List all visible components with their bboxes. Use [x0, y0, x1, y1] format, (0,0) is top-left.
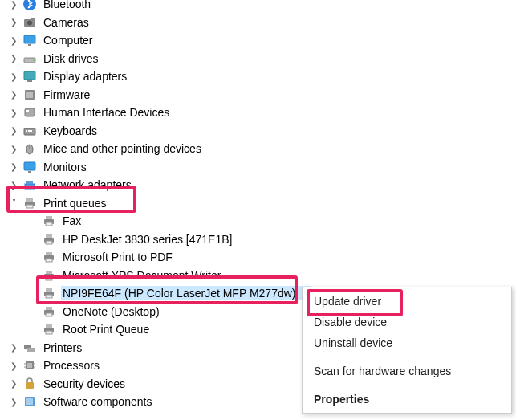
network-icon: [22, 177, 37, 192]
printer-icon: [42, 232, 56, 247]
chevron-right-icon[interactable]: ❯: [8, 108, 19, 117]
chevron-right-icon[interactable]: ❯: [8, 361, 19, 370]
tree-node-network[interactable]: ❯ Network adapters: [0, 176, 516, 194]
tree-label: Security devices: [42, 377, 127, 391]
printers-icon: [22, 340, 37, 355]
context-menu: Update driver Disable device Uninstall d…: [302, 287, 512, 414]
printer-icon: [22, 196, 37, 210]
chevron-right-icon[interactable]: ❯: [8, 90, 19, 99]
printer-icon: [42, 214, 56, 228]
tree-label-selected: NPI9FE64F (HP Color LaserJet MFP M277dw): [61, 286, 311, 300]
tree-label: Microsoft XPS Document Writer: [61, 268, 222, 283]
security-icon: [22, 377, 37, 391]
tree-label: Monitors: [42, 160, 88, 174]
chevron-down-icon[interactable]: ˅: [8, 198, 19, 207]
menu-disable-device[interactable]: Disable device: [303, 312, 511, 332]
monitor-icon: [22, 33, 37, 47]
menu-separator: [303, 385, 511, 385]
monitor-icon: [22, 160, 37, 174]
cpu-icon: [22, 358, 37, 373]
tree-node-mice[interactable]: ❯ Mice and other pointing devices: [0, 140, 516, 158]
tree-label: Cameras: [42, 15, 91, 30]
printer-icon: [42, 322, 56, 336]
tree-node-cameras[interactable]: ❯ Cameras: [0, 14, 516, 32]
tree-label: Root Print Queue: [61, 322, 151, 336]
tree-label: HP DeskJet 3830 series [471E1B]: [61, 232, 234, 247]
tree-child-ms-xps[interactable]: ❯ Microsoft XPS Document Writer: [0, 267, 516, 285]
camera-icon: [22, 15, 37, 30]
chevron-right-icon[interactable]: ❯: [8, 343, 19, 352]
bluetooth-icon: [22, 0, 37, 11]
tree-label: Processors: [42, 358, 101, 373]
menu-separator: [303, 357, 511, 357]
chevron-right-icon[interactable]: ❯: [8, 18, 19, 27]
tree-label: Computer: [42, 33, 94, 47]
chevron-right-icon[interactable]: ❯: [8, 54, 19, 63]
tree-node-hid[interactable]: ❯ Human Interface Devices: [0, 104, 516, 122]
tree-node-disk-drives[interactable]: ❯ Disk drives: [0, 50, 516, 68]
menu-update-driver[interactable]: Update driver: [303, 291, 511, 312]
keyboard-icon: [22, 124, 37, 138]
tree-label: Microsoft Print to PDF: [61, 250, 174, 264]
tree-node-keyboards[interactable]: ❯ Keyboards: [0, 122, 516, 141]
menu-uninstall-device[interactable]: Uninstall device: [303, 332, 511, 353]
tree-node-display-adapters[interactable]: ❯ Display adapters: [0, 67, 516, 86]
tree-node-computer[interactable]: ❯ Computer: [0, 31, 516, 50]
menu-properties[interactable]: Properties: [303, 389, 511, 410]
mouse-icon: [22, 141, 37, 156]
tree-label: Keyboards: [42, 124, 99, 138]
tree-label: Print queues: [42, 196, 108, 210]
tree-label: Mice and other pointing devices: [42, 141, 203, 156]
chevron-right-icon[interactable]: ❯: [8, 181, 19, 190]
chevron-right-icon[interactable]: ❯: [8, 36, 19, 45]
tree-label: Disk drives: [42, 51, 100, 66]
tree-label: Fax: [61, 214, 83, 228]
printer-icon: [42, 268, 56, 283]
tree-label: Display adapters: [42, 69, 128, 84]
printer-icon: [42, 250, 56, 264]
chevron-right-icon[interactable]: ❯: [8, 379, 19, 388]
printer-icon: [42, 304, 56, 319]
tree-label: Firmware: [42, 88, 91, 102]
display-icon: [22, 69, 37, 84]
chevron-right-icon[interactable]: ❯: [8, 126, 19, 135]
chevron-right-icon[interactable]: ❯: [8, 72, 19, 81]
disk-icon: [22, 51, 37, 66]
tree-label: Bluetooth: [42, 0, 92, 11]
tree-node-firmware[interactable]: ❯ Firmware: [0, 86, 516, 104]
chevron-right-icon[interactable]: ❯: [8, 145, 19, 153]
chevron-right-icon[interactable]: ❯: [8, 398, 19, 406]
tree-label: Human Interface Devices: [42, 105, 171, 120]
printer-icon: [42, 286, 56, 300]
tree-node-bluetooth[interactable]: ❯ Bluetooth: [0, 0, 516, 14]
hid-icon: [22, 105, 37, 120]
tree-label: OneNote (Desktop): [61, 304, 161, 319]
chevron-right-icon[interactable]: ❯: [8, 162, 19, 171]
tree-label: Software components: [42, 394, 153, 409]
tree-child-fax[interactable]: ❯ Fax: [0, 212, 516, 230]
chevron-right-icon[interactable]: ❯: [8, 0, 19, 9]
firmware-icon: [22, 88, 37, 102]
tree-node-monitors[interactable]: ❯ Monitors: [0, 158, 516, 177]
tree-child-ms-pdf[interactable]: ❯ Microsoft Print to PDF: [0, 248, 516, 267]
software-icon: [22, 394, 37, 409]
menu-scan-hardware[interactable]: Scan for hardware changes: [303, 361, 511, 381]
tree-label: Network adapters: [42, 177, 133, 192]
tree-node-print-queues[interactable]: ˅ Print queues: [0, 194, 516, 213]
tree-child-hp3830[interactable]: ❯ HP DeskJet 3830 series [471E1B]: [0, 230, 516, 249]
tree-label: Printers: [42, 340, 83, 355]
